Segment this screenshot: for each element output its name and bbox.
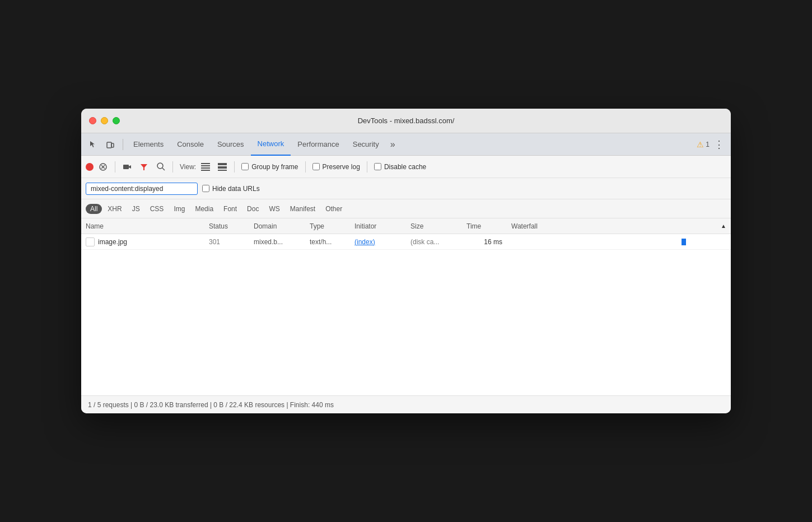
preserve-log-checkbox-label[interactable]: Preserve log [312, 163, 360, 171]
toolbar-divider-3 [234, 161, 235, 173]
row-domain-cell: mixed.b... [249, 238, 305, 246]
ftype-doc[interactable]: Doc [242, 204, 263, 214]
tab-elements[interactable]: Elements [127, 133, 170, 156]
close-button[interactable] [89, 117, 96, 124]
status-bar-text: 1 / 5 requests | 0 B / 23.0 KB transferr… [88, 401, 334, 409]
ftype-js[interactable]: JS [128, 204, 144, 214]
window-title: DevTools - mixed.badssl.com/ [358, 116, 455, 125]
warning-icon: ⚠ [697, 140, 704, 149]
ftype-manifest[interactable]: Manifest [286, 204, 320, 214]
toolbar-divider-5 [367, 161, 367, 173]
view-label: View: [180, 163, 196, 171]
table-header: Name Status Domain Type Initiator Size [81, 218, 731, 234]
filter-button[interactable] [137, 160, 151, 174]
table-row[interactable]: image.jpg 301 mixed.b... text/h... (inde… [81, 234, 731, 250]
ftype-css[interactable]: CSS [146, 204, 169, 214]
inspect-icon[interactable] [86, 137, 101, 152]
svg-marker-7 [141, 164, 147, 170]
svg-rect-12 [201, 167, 210, 169]
row-initiator-cell[interactable]: (index) [350, 238, 406, 246]
svg-rect-10 [201, 163, 210, 164]
device-toolbar-icon[interactable] [102, 137, 118, 152]
preserve-log-checkbox[interactable] [312, 163, 320, 170]
clear-button[interactable] [96, 160, 110, 174]
svg-line-9 [162, 168, 165, 170]
warning-count: 1 [706, 141, 710, 148]
svg-rect-14 [218, 163, 227, 165]
disable-cache-label: Disable cache [384, 163, 426, 171]
filter-types-bar: All XHR JS CSS Img Media Font Doc WS Man… [81, 199, 731, 218]
col-header-domain[interactable]: Domain [249, 222, 305, 230]
devtools-more-icon[interactable]: ⋮ [712, 136, 726, 153]
ftype-font[interactable]: Font [219, 204, 241, 214]
group-by-frame-checkbox-label[interactable]: Group by frame [241, 163, 298, 171]
tab-security[interactable]: Security [346, 133, 386, 156]
col-header-waterfall[interactable]: Waterfall ▲ [507, 222, 731, 230]
tabs-right-actions: ⚠ 1 ⋮ [697, 136, 726, 153]
group-by-frame-label: Group by frame [251, 163, 298, 171]
tabs-bar: Elements Console Sources Network Perform… [81, 133, 731, 156]
svg-point-8 [157, 163, 163, 169]
network-table: Name Status Domain Type Initiator Size [81, 218, 731, 395]
group-by-frame-checkbox[interactable] [241, 163, 249, 170]
row-checkbox[interactable] [86, 237, 95, 246]
svg-rect-16 [218, 170, 227, 171]
svg-rect-1 [111, 143, 114, 147]
large-rows-button[interactable] [215, 160, 230, 174]
col-header-size[interactable]: Size [406, 222, 462, 230]
row-status-cell: 301 [204, 238, 249, 246]
svg-marker-6 [129, 165, 131, 169]
maximize-button[interactable] [113, 117, 120, 124]
tab-performance[interactable]: Performance [291, 133, 346, 156]
ftype-xhr[interactable]: XHR [103, 204, 126, 214]
toolbar-divider-1 [115, 161, 115, 173]
toolbar-divider-2 [172, 161, 173, 173]
col-header-type[interactable]: Type [305, 222, 350, 230]
screenshot-button[interactable] [120, 160, 134, 174]
svg-rect-5 [123, 165, 129, 169]
minimize-button[interactable] [101, 117, 108, 124]
list-view-button[interactable] [198, 160, 213, 174]
ftype-all[interactable]: All [86, 204, 102, 214]
row-time-cell: 16 ms [462, 238, 507, 246]
col-header-time[interactable]: Time [462, 222, 507, 230]
network-toolbar: View: Grou [81, 156, 731, 178]
hide-data-urls-label[interactable]: Hide data URLs [202, 185, 260, 193]
warning-badge[interactable]: ⚠ 1 [697, 140, 710, 149]
sort-arrow-icon: ▲ [721, 223, 726, 229]
filter-input[interactable] [86, 183, 198, 195]
svg-rect-0 [107, 142, 111, 148]
col-header-name[interactable]: Name [81, 222, 204, 230]
row-type-cell: text/h... [305, 238, 350, 246]
disable-cache-checkbox-label[interactable]: Disable cache [374, 163, 426, 171]
col-header-initiator[interactable]: Initiator [350, 222, 406, 230]
search-button[interactable] [153, 160, 168, 174]
filter-row: Hide data URLs [81, 178, 731, 199]
waterfall-bar [682, 239, 686, 245]
ftype-img[interactable]: Img [169, 204, 189, 214]
row-waterfall-cell [507, 234, 731, 250]
hide-data-urls-text: Hide data URLs [212, 185, 260, 193]
col-header-status[interactable]: Status [204, 222, 249, 230]
svg-rect-11 [201, 165, 210, 166]
ftype-media[interactable]: Media [190, 204, 218, 214]
hide-data-urls-checkbox[interactable] [202, 185, 209, 192]
row-size-cell: (disk ca... [406, 238, 462, 246]
tabs-more-button[interactable]: » [387, 139, 399, 150]
empty-area [81, 250, 731, 395]
svg-rect-13 [201, 170, 210, 171]
disable-cache-checkbox[interactable] [374, 163, 381, 170]
tab-sources[interactable]: Sources [211, 133, 251, 156]
main-content: View: Grou [81, 156, 731, 413]
tab-network[interactable]: Network [251, 133, 291, 156]
row-name-cell: image.jpg [81, 237, 204, 246]
record-button[interactable] [86, 163, 94, 171]
tabs-divider-1 [123, 139, 123, 150]
ftype-other[interactable]: Other [321, 204, 347, 214]
status-bar: 1 / 5 requests | 0 B / 23.0 KB transferr… [81, 395, 731, 413]
toolbar-divider-4 [305, 161, 306, 173]
preserve-log-label: Preserve log [323, 163, 360, 171]
tab-console[interactable]: Console [170, 133, 211, 156]
traffic-lights [89, 117, 120, 124]
ftype-ws[interactable]: WS [264, 204, 284, 214]
